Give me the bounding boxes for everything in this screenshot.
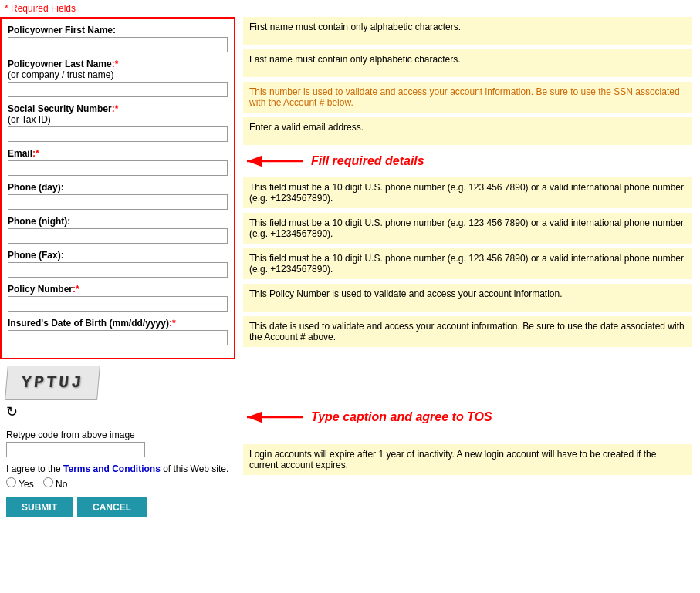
bottom-right-panel: Type caption and agree to TOS Login acco… <box>235 359 700 524</box>
hint-first-name: First name must contain only alphabetic … <box>243 17 692 45</box>
input-phone-day[interactable] <box>8 194 228 210</box>
form-group-policy-number: Policy Number:* <box>8 284 228 312</box>
input-dob[interactable] <box>8 330 228 345</box>
label-phone-fax: Phone (Fax): <box>8 250 228 261</box>
tos-link[interactable]: Terms and Conditions <box>63 463 161 474</box>
radio-yes-label[interactable]: Yes <box>6 477 34 490</box>
captcha-section: YPTUJ ↻ <box>6 359 229 426</box>
label-email: Email:* <box>8 148 228 159</box>
agree-radio-group: Yes No <box>6 477 229 490</box>
label-first-name: Policyowner First Name: <box>8 25 228 35</box>
form-group-dob: Insured's Date of Birth (mm/dd/yyyy):* <box>8 318 228 345</box>
cancel-button[interactable]: CANCEL <box>77 497 147 517</box>
captcha-input[interactable] <box>6 442 145 457</box>
label-last-name: Policyowner Last Name:*(or company / tru… <box>8 59 228 80</box>
form-left-panel: Policyowner First Name:Policyowner Last … <box>0 17 235 359</box>
hint-phone-day: This field must be a 10 digit U.S. phone… <box>243 177 692 208</box>
input-ssn[interactable] <box>8 126 228 142</box>
hint-dob: This date is used to validate and access… <box>243 316 692 347</box>
form-group-last-name: Policyowner Last Name:*(or company / tru… <box>8 59 228 97</box>
input-email[interactable] <box>8 160 228 176</box>
tos-suffix: of this Web site. <box>161 463 228 474</box>
hint-last-name: Last name must contain only alphabetic c… <box>243 49 692 77</box>
form-group-email: Email:* <box>8 148 228 176</box>
caption-annotation: Type caption and agree to TOS <box>243 406 692 429</box>
retype-label: Retype code from above image <box>6 430 229 440</box>
form-group-phone-fax: Phone (Fax): <box>8 250 228 278</box>
input-phone-night[interactable] <box>8 228 228 244</box>
radio-yes[interactable] <box>6 477 16 487</box>
label-phone-day: Phone (day): <box>8 182 228 193</box>
form-right-panel: First name must contain only alphabetic … <box>235 17 700 359</box>
caption-annotation-text: Type caption and agree to TOS <box>311 410 492 424</box>
input-last-name[interactable] <box>8 82 228 97</box>
form-group-ssn: Social Security Number:*(or Tax ID) <box>8 103 228 142</box>
hint-policy-number: This Policy Number is used to validate a… <box>243 284 692 312</box>
radio-no[interactable] <box>43 477 53 487</box>
caption-arrow-icon <box>243 406 305 429</box>
radio-no-label[interactable]: No <box>43 477 68 490</box>
hint-phone-night: This field must be a 10 digit U.S. phone… <box>243 213 692 244</box>
label-policy-number: Policy Number:* <box>8 284 228 295</box>
input-first-name[interactable] <box>8 37 228 52</box>
button-row: SUBMIT CANCEL <box>6 497 229 517</box>
label-ssn: Social Security Number:*(or Tax ID) <box>8 103 228 125</box>
captcha-and-submit: YPTUJ ↻ Retype code from above image I a… <box>0 359 235 524</box>
tos-prefix: I agree to the <box>6 463 63 474</box>
hint-phone-fax: This field must be a 10 digit U.S. phone… <box>243 248 692 279</box>
input-policy-number[interactable] <box>8 296 228 312</box>
label-phone-night: Phone (night): <box>8 216 228 227</box>
hint-ssn: This number is used to validate and acce… <box>243 82 692 113</box>
bottom-hint-box: Login accounts will expire after 1 year … <box>243 444 692 475</box>
fill-required-arrow-icon <box>243 150 305 173</box>
form-group-phone-night: Phone (night): <box>8 216 228 244</box>
required-note: * Required Fields <box>0 0 700 17</box>
fill-required-text: Fill required details <box>311 154 424 168</box>
fill-required-annotation: Fill required details <box>243 150 692 173</box>
input-phone-fax[interactable] <box>8 262 228 278</box>
label-dob: Insured's Date of Birth (mm/dd/yyyy):* <box>8 318 228 329</box>
tos-line: I agree to the Terms and Conditions of t… <box>6 463 229 474</box>
form-group-first-name: Policyowner First Name: <box>8 25 228 52</box>
form-group-phone-day: Phone (day): <box>8 182 228 210</box>
bottom-section: YPTUJ ↻ Retype code from above image I a… <box>0 359 700 524</box>
submit-button[interactable]: SUBMIT <box>6 497 73 517</box>
hint-email: Enter a valid email address. <box>243 117 692 145</box>
captcha-refresh-button[interactable]: ↻ <box>6 403 18 420</box>
captcha-image: YPTUJ <box>5 366 100 400</box>
